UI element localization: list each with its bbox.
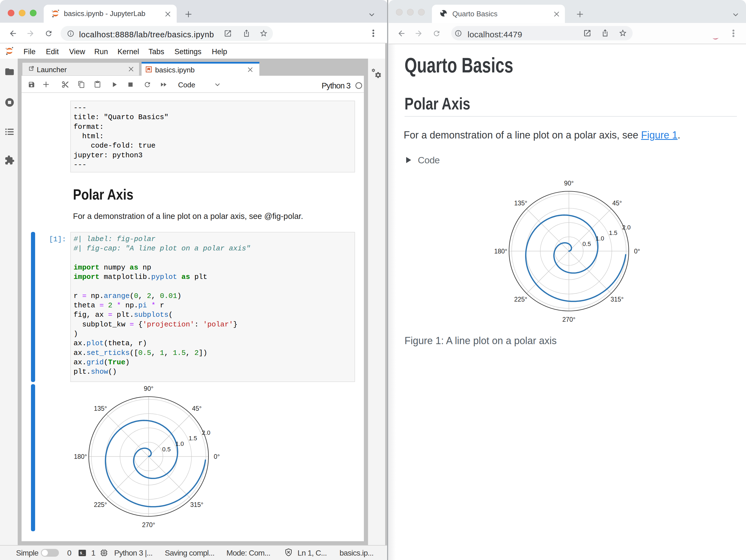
svg-text:0.5: 0.5: [162, 446, 171, 453]
svg-text:45°: 45°: [612, 200, 622, 207]
svg-text:135°: 135°: [514, 200, 527, 207]
svg-text:0.5: 0.5: [582, 240, 591, 247]
svg-text:2.0: 2.0: [202, 429, 210, 436]
svg-text:315°: 315°: [610, 296, 624, 303]
svg-text:0°: 0°: [634, 248, 640, 255]
svg-text:180°: 180°: [494, 248, 507, 255]
svg-text:1.0: 1.0: [175, 440, 184, 447]
svg-text:135°: 135°: [94, 405, 107, 412]
svg-text:270°: 270°: [142, 521, 155, 529]
svg-text:$_: $_: [80, 551, 84, 555]
svg-text:225°: 225°: [94, 501, 107, 508]
svg-text:315°: 315°: [190, 501, 203, 508]
svg-text:225°: 225°: [514, 296, 527, 303]
svg-text:45°: 45°: [192, 405, 202, 412]
svg-text:180°: 180°: [74, 453, 87, 460]
svg-text:1.0: 1.0: [596, 235, 604, 242]
svg-text:90°: 90°: [564, 180, 574, 187]
svg-text:270°: 270°: [563, 316, 576, 323]
svg-text:90°: 90°: [144, 385, 153, 392]
svg-text:1.5: 1.5: [189, 435, 197, 442]
svg-text:2.0: 2.0: [622, 224, 631, 231]
svg-text:1.5: 1.5: [609, 229, 618, 236]
svg-text:0°: 0°: [214, 453, 220, 460]
